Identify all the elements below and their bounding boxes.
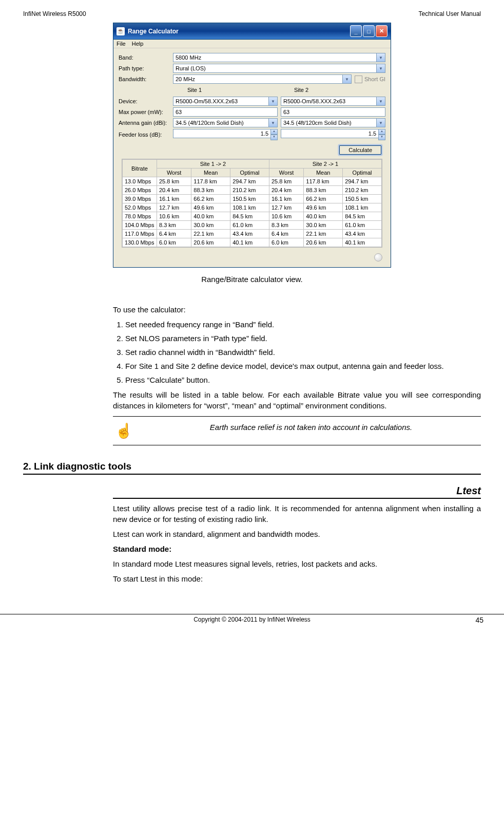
ltest-p5: To start Ltest in this mode: (113, 573, 481, 584)
table-cell: 8.3 km (269, 221, 303, 230)
titlebar-left: ☕ Range Calculator (117, 27, 179, 35)
table-cell: 10.6 km (269, 212, 303, 221)
table-cell: 6.0 km (269, 238, 303, 247)
page-footer: Copyright © 2004-2011 by InfiNet Wireles… (0, 614, 504, 629)
antgain1-value: 34.5 (4ft/120cm Solid Dish) (176, 120, 244, 126)
table-cell: 8.3 km (157, 221, 191, 230)
table-cell: 22.1 km (304, 230, 343, 238)
table-row: 117.0 Mbps6.4 km22.1 km43.4 km6.4 km22.1… (123, 230, 382, 238)
page-number: 45 (458, 616, 483, 624)
results-table: Bitrate Site 1 -> 2 Site 2 -> 1 Worst Me… (122, 159, 382, 248)
titlebar[interactable]: ☕ Range Calculator _ □ ✕ (113, 23, 391, 40)
table-cell: 150.5 km (343, 195, 382, 203)
table-cell: 20.4 km (269, 186, 303, 195)
table-row: 26.0 Mbps20.4 km88.3 km210.2 km20.4 km88… (123, 186, 382, 195)
subsection-heading: Ltest (113, 485, 481, 499)
subcol: Mean (304, 169, 343, 177)
label-band: Band: (119, 54, 170, 61)
subcol: Optimal (230, 169, 269, 177)
device2-dropdown[interactable]: R5000-Om/58.XXX.2x63 ▼ (281, 97, 385, 106)
table-cell: 20.4 km (157, 186, 191, 195)
subcol: Optimal (343, 169, 382, 177)
table-cell: 294.7 km (230, 177, 269, 186)
table-cell: 108.1 km (343, 203, 382, 212)
table-cell: 22.1 km (191, 230, 230, 238)
table-cell: 49.6 km (304, 203, 343, 212)
list-item: Press “Calculate” button. (125, 375, 481, 385)
table-cell: 84.5 km (230, 212, 269, 221)
maxpower1-input[interactable]: 63 (173, 107, 278, 117)
window-buttons: _ □ ✕ (350, 25, 387, 37)
table-cell: 117.8 km (191, 177, 230, 186)
antgain2-dropdown[interactable]: 34.5 (4ft/120cm Solid Dish) ▼ (281, 118, 385, 127)
table-cell: 88.3 km (191, 186, 230, 195)
label-antgain: Antenna gain (dBi): (119, 120, 170, 126)
label-bw: Bandwidth: (119, 76, 170, 82)
table-cell: 88.3 km (304, 186, 343, 195)
list-item: Set needed frequency range in “Band” fie… (125, 319, 481, 330)
minimize-button[interactable]: _ (350, 25, 362, 37)
band-value: 5800 MHz (176, 54, 201, 61)
feeder2-spinner[interactable]: ▲▼ (378, 129, 385, 140)
antgain1-dropdown[interactable]: 34.5 (4ft/120cm Solid Dish) ▼ (173, 118, 278, 127)
table-cell: 6.4 km (269, 230, 303, 238)
chevron-down-icon: ▼ (376, 97, 385, 105)
feeder2-input[interactable]: 1.5 (281, 129, 379, 138)
subcol: Worst (269, 169, 303, 177)
col-bitrate: Bitrate (123, 160, 157, 177)
table-cell: 210.2 km (343, 186, 382, 195)
table-cell: 13.0 Mbps (123, 177, 157, 186)
table-cell: 20.6 km (304, 238, 343, 247)
feeder1-input[interactable]: 1.5 (173, 129, 271, 138)
calculate-button[interactable]: Calculate (338, 144, 382, 156)
table-cell: 16.1 km (269, 195, 303, 203)
col-group-1: Site 1 -> 2 (157, 160, 269, 169)
body-text: To use the calculator: Set needed freque… (113, 304, 481, 445)
band-dropdown[interactable]: 5800 MHz ▼ (173, 53, 385, 62)
path-dropdown[interactable]: Rural (LOS) ▼ (173, 64, 385, 73)
table-cell: 210.2 km (230, 186, 269, 195)
table-cell: 10.6 km (157, 212, 191, 221)
note-text: Earth surface relief is not taken into a… (143, 421, 479, 441)
bw-value: 20 MHz (176, 76, 195, 82)
maxpower2-input[interactable]: 63 (281, 107, 385, 117)
table-cell: 130.0 Mbps (123, 238, 157, 247)
device1-value: R5000-Om/58.XXX.2x63 (176, 98, 238, 104)
list-item: Set radio channel width in “Bandwidth” f… (125, 347, 481, 358)
table-cell: 25.8 km (269, 177, 303, 186)
device1-dropdown[interactable]: R5000-Om/58.XXX.2x63 ▼ (173, 97, 278, 106)
table-cell: 40.1 km (230, 238, 269, 247)
page-header: InfiNet Wireless R5000 Technical User Ma… (23, 10, 481, 17)
maximize-button[interactable]: □ (363, 25, 375, 37)
label-path: Path type: (119, 65, 170, 71)
ltest-p1: Ltest utility allows precise test of a r… (113, 503, 481, 525)
table-cell: 40.0 km (191, 212, 230, 221)
bandwidth-dropdown[interactable]: 20 MHz ▼ (173, 74, 352, 84)
table-cell: 30.0 km (304, 221, 343, 230)
table-cell: 30.0 km (191, 221, 230, 230)
feeder1-spinner[interactable]: ▲▼ (270, 129, 278, 140)
java-icon: ☕ (117, 27, 125, 35)
menu-help[interactable]: Help (132, 41, 144, 47)
menu-file[interactable]: File (117, 41, 126, 47)
hand-pointing-icon: ☝ (115, 421, 133, 441)
range-calculator-window: ☕ Range Calculator _ □ ✕ File Help Band:… (113, 23, 391, 268)
table-cell: 6.0 km (157, 238, 191, 247)
shortgi-label: Short GI (364, 76, 385, 82)
table-cell: 43.4 km (230, 230, 269, 238)
site2-header: Site 2 (279, 87, 385, 93)
table-cell: 84.5 km (343, 212, 382, 221)
table-cell: 52.0 Mbps (123, 203, 157, 212)
table-row: 52.0 Mbps12.7 km49.6 km108.1 km12.7 km49… (123, 203, 382, 212)
ltest-p4: In standard mode Ltest measures signal l… (113, 558, 481, 569)
chevron-down-icon: ▼ (268, 97, 277, 105)
form-area: Band: 5800 MHz ▼ Path type: Rural (LOS) … (113, 48, 391, 267)
table-cell: 40.0 km (304, 212, 343, 221)
table-cell: 43.4 km (343, 230, 382, 238)
close-button[interactable]: ✕ (376, 25, 387, 37)
chevron-down-icon: ▼ (342, 75, 351, 83)
footer-copyright: Copyright © 2004-2011 by InfiNet Wireles… (46, 616, 458, 624)
header-left: InfiNet Wireless R5000 (23, 10, 86, 17)
table-row: 13.0 Mbps25.8 km117.8 km294.7 km25.8 km1… (123, 177, 382, 186)
table-cell: 6.4 km (157, 230, 191, 238)
